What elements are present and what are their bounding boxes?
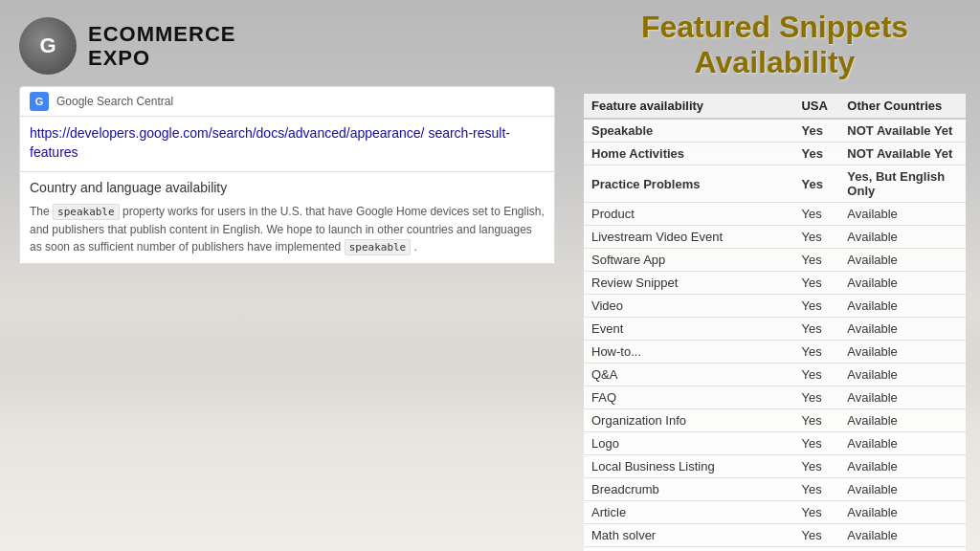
cell-other: Available	[839, 547, 966, 552]
cell-usa: Yes	[793, 203, 839, 226]
cell-feature: Video	[584, 295, 793, 318]
cell-usa: Yes	[793, 295, 839, 318]
cell-other: Available	[839, 432, 966, 455]
cell-usa: Yes	[793, 165, 839, 203]
cell-other: NOT Available Yet	[839, 119, 966, 143]
cell-other: Yes, But English Only	[839, 165, 966, 203]
page-title: Featured Snippets Availability	[584, 10, 966, 80]
cell-feature: Courses	[584, 547, 793, 552]
table-row: Software AppYesAvailable	[584, 249, 966, 272]
cell-other: Available	[839, 501, 966, 524]
cell-feature: Speakable	[584, 119, 793, 143]
table-row: ArticleYesAvailable	[584, 501, 966, 524]
logo-g-letter: G	[39, 33, 56, 58]
table-row: SpeakableYesNOT Available Yet	[584, 119, 966, 143]
cell-other: Available	[839, 341, 966, 364]
cell-feature: How-to...	[584, 341, 793, 364]
table-row: Organization InfoYesAvailable	[584, 409, 966, 432]
cell-feature: Organization Info	[584, 409, 793, 432]
table-row: ProductYesAvailable	[584, 203, 966, 226]
cell-usa: Yes	[793, 501, 839, 524]
cell-other: Available	[839, 455, 966, 478]
cell-usa: Yes	[793, 432, 839, 455]
right-panel: Featured Snippets Availability Feature a…	[574, 0, 980, 551]
table-row: FAQYesAvailable	[584, 386, 966, 409]
cell-usa: Yes	[793, 478, 839, 501]
table-row: LogoYesAvailable	[584, 432, 966, 455]
cell-other: Available	[839, 249, 966, 272]
country-section-title: Country and language availability	[30, 180, 545, 195]
brand-name: ECOMMERCE EXPO	[88, 22, 235, 71]
cell-other: Available	[839, 386, 966, 409]
gsc-icon: G	[30, 92, 49, 111]
cell-usa: Yes	[793, 386, 839, 409]
speakable-code-2: speakable	[345, 239, 412, 255]
cell-feature: Software App	[584, 249, 793, 272]
col-header-usa: USA	[793, 94, 839, 119]
cell-usa: Yes	[793, 455, 839, 478]
table-row: EventYesAvailable	[584, 318, 966, 341]
table-row: Home ActivitiesYesNOT Available Yet	[584, 143, 966, 165]
left-panel: G ECOMMERCE EXPO G Google Search Central…	[0, 0, 574, 551]
cell-usa: Yes	[793, 226, 839, 249]
cell-usa: Yes	[793, 341, 839, 364]
gsc-label: Google Search Central	[56, 95, 173, 108]
table-row: VideoYesAvailable	[584, 295, 966, 318]
cell-feature: Event	[584, 318, 793, 341]
cell-other: Available	[839, 226, 966, 249]
cell-other: Available	[839, 203, 966, 226]
table-row: CoursesYesAvailable	[584, 547, 966, 552]
cell-feature: Home Activities	[584, 143, 793, 165]
cell-usa: Yes	[793, 409, 839, 432]
cell-usa: Yes	[793, 547, 839, 552]
cell-usa: Yes	[793, 272, 839, 295]
cell-feature: Review Snippet	[584, 272, 793, 295]
cell-feature: Practice Problems	[584, 165, 793, 203]
availability-table: Feature availability USA Other Countries…	[584, 94, 966, 551]
table-row: Practice ProblemsYesYes, But English Onl…	[584, 165, 966, 203]
cell-other: Available	[839, 295, 966, 318]
url-box: https://developers.google.com/search/doc…	[19, 117, 555, 172]
col-header-feature: Feature availability	[584, 94, 793, 119]
table-row: BreadcrumbYesAvailable	[584, 478, 966, 501]
cell-usa: Yes	[793, 119, 839, 143]
main-content: G ECOMMERCE EXPO G Google Search Central…	[0, 0, 980, 551]
col-header-other: Other Countries	[839, 94, 966, 119]
cell-other: Available	[839, 409, 966, 432]
cell-feature: Article	[584, 501, 793, 524]
cell-usa: Yes	[793, 524, 839, 547]
cell-feature: FAQ	[584, 386, 793, 409]
table-row: Math solverYesAvailable	[584, 524, 966, 547]
logo-area: G ECOMMERCE EXPO	[19, 17, 555, 75]
url-text[interactable]: https://developers.google.com/search/doc…	[30, 124, 545, 162]
cell-feature: Q&A	[584, 364, 793, 386]
table-row: Livestream Video EventYesAvailable	[584, 226, 966, 249]
cell-feature: Product	[584, 203, 793, 226]
cell-feature: Livestream Video Event	[584, 226, 793, 249]
cell-usa: Yes	[793, 364, 839, 386]
cell-other: NOT Available Yet	[839, 143, 966, 165]
country-box: Country and language availability The sp…	[19, 172, 555, 264]
table-row: How-to...YesAvailable	[584, 341, 966, 364]
google-search-central-bar: G Google Search Central	[19, 86, 555, 117]
table-row: Review SnippetYesAvailable	[584, 272, 966, 295]
table-row: Q&AYesAvailable	[584, 364, 966, 386]
cell-feature: Logo	[584, 432, 793, 455]
cell-usa: Yes	[793, 249, 839, 272]
table-header-row: Feature availability USA Other Countries	[584, 94, 966, 119]
cell-other: Available	[839, 478, 966, 501]
speakable-code-1: speakable	[53, 204, 120, 220]
cell-other: Available	[839, 364, 966, 386]
cell-usa: Yes	[793, 318, 839, 341]
cell-feature: Local Business Listing	[584, 455, 793, 478]
cell-other: Available	[839, 318, 966, 341]
cell-other: Available	[839, 272, 966, 295]
country-body-text: The speakable property works for users i…	[30, 203, 545, 255]
logo-icon: G	[19, 17, 77, 75]
cell-feature: Breadcrumb	[584, 478, 793, 501]
cell-other: Available	[839, 524, 966, 547]
table-row: Local Business ListingYesAvailable	[584, 455, 966, 478]
cell-usa: Yes	[793, 143, 839, 165]
cell-feature: Math solver	[584, 524, 793, 547]
